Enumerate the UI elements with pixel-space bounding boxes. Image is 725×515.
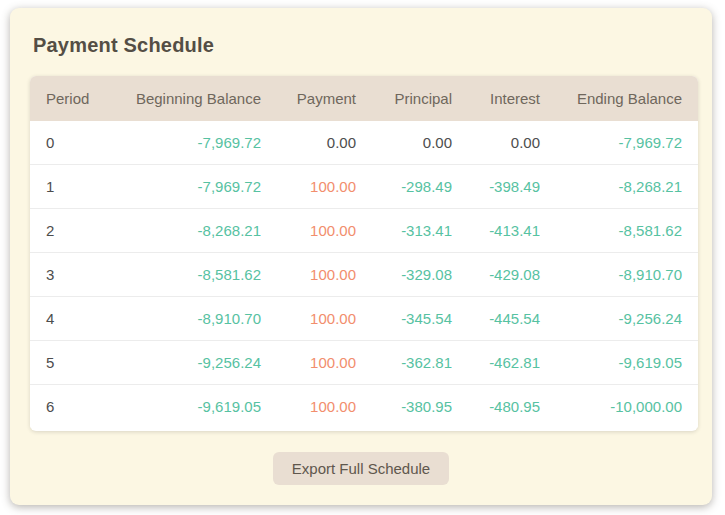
table-row: 6-9,619.05100.00-380.95-480.95-10,000.00: [30, 385, 698, 429]
cell-interest: -480.95: [468, 385, 556, 429]
cell-interest: -462.81: [468, 341, 556, 385]
cell-ending-balance: -8,268.21: [556, 165, 698, 209]
table-row: 5-9,256.24100.00-362.81-462.81-9,619.05: [30, 341, 698, 385]
cell-interest: 0.00: [468, 121, 556, 165]
cell-period: 6: [30, 385, 110, 429]
cell-principal: -380.95: [372, 385, 468, 429]
cell-interest: -413.41: [468, 209, 556, 253]
cell-beginning-balance: -8,581.62: [110, 253, 277, 297]
column-header-principal: Principal: [372, 76, 468, 121]
payment-schedule-card: Payment Schedule Period Beginning Balanc…: [10, 8, 712, 505]
cell-principal: -362.81: [372, 341, 468, 385]
payment-schedule-table: Period Beginning Balance Payment Princip…: [30, 76, 698, 431]
column-header-interest: Interest: [468, 76, 556, 121]
column-header-payment: Payment: [277, 76, 372, 121]
schedule-table: Period Beginning Balance Payment Princip…: [30, 76, 698, 428]
cell-beginning-balance: -9,256.24: [110, 341, 277, 385]
cell-payment: 100.00: [277, 165, 372, 209]
cell-payment: 100.00: [277, 297, 372, 341]
table-row: 1-7,969.72100.00-298.49-398.49-8,268.21: [30, 165, 698, 209]
column-header-period: Period: [30, 76, 110, 121]
cell-principal: -329.08: [372, 253, 468, 297]
column-header-ending-balance: Ending Balance: [556, 76, 698, 121]
cell-payment: 100.00: [277, 385, 372, 429]
table-row: 2-8,268.21100.00-313.41-413.41-8,581.62: [30, 209, 698, 253]
cell-beginning-balance: -7,969.72: [110, 165, 277, 209]
cell-payment: 100.00: [277, 253, 372, 297]
cell-period: 1: [30, 165, 110, 209]
cell-payment: 100.00: [277, 209, 372, 253]
cell-period: 0: [30, 121, 110, 165]
cell-interest: -429.08: [468, 253, 556, 297]
cell-principal: -313.41: [372, 209, 468, 253]
cell-principal: -298.49: [372, 165, 468, 209]
cell-period: 5: [30, 341, 110, 385]
table-actions: Export Full Schedule: [10, 452, 712, 485]
cell-interest: -445.54: [468, 297, 556, 341]
cell-ending-balance: -10,000.00: [556, 385, 698, 429]
cell-principal: -345.54: [372, 297, 468, 341]
page-title: Payment Schedule: [33, 33, 712, 57]
table-row: 0-7,969.720.000.000.00-7,969.72: [30, 121, 698, 165]
cell-ending-balance: -9,619.05: [556, 341, 698, 385]
export-full-schedule-button[interactable]: Export Full Schedule: [273, 452, 449, 485]
cell-period: 2: [30, 209, 110, 253]
cell-payment: 0.00: [277, 121, 372, 165]
table-row: 3-8,581.62100.00-329.08-429.08-8,910.70: [30, 253, 698, 297]
column-header-beginning-balance: Beginning Balance: [110, 76, 277, 121]
cell-beginning-balance: -8,910.70: [110, 297, 277, 341]
cell-principal: 0.00: [372, 121, 468, 165]
cell-ending-balance: -9,256.24: [556, 297, 698, 341]
cell-beginning-balance: -9,619.05: [110, 385, 277, 429]
cell-beginning-balance: -8,268.21: [110, 209, 277, 253]
cell-ending-balance: -7,969.72: [556, 121, 698, 165]
table-body: 0-7,969.720.000.000.00-7,969.721-7,969.7…: [30, 121, 698, 428]
cell-period: 4: [30, 297, 110, 341]
cell-ending-balance: -8,581.62: [556, 209, 698, 253]
table-row: 4-8,910.70100.00-345.54-445.54-9,256.24: [30, 297, 698, 341]
cell-beginning-balance: -7,969.72: [110, 121, 277, 165]
cell-ending-balance: -8,910.70: [556, 253, 698, 297]
cell-payment: 100.00: [277, 341, 372, 385]
cell-period: 3: [30, 253, 110, 297]
cell-interest: -398.49: [468, 165, 556, 209]
table-header-row: Period Beginning Balance Payment Princip…: [30, 76, 698, 121]
